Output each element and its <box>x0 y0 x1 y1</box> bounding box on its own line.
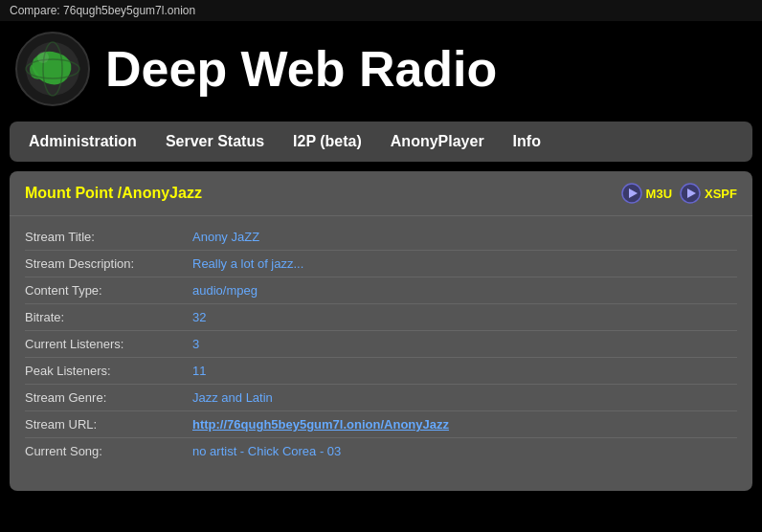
content-panel: Mount Point /AnonyJazz M3U <box>10 171 752 491</box>
info-label: Current Song: <box>25 444 192 458</box>
info-value: 11 <box>192 364 206 378</box>
compare-bar: Compare: 76qugh5bey5gum7l.onion <box>0 0 762 21</box>
compare-url: 76qugh5bey5gum7l.onion <box>63 4 195 17</box>
info-value: Jazz and Latin <box>192 390 273 405</box>
nav-item-server-status[interactable]: Server Status <box>166 133 264 150</box>
nav-item-anony-player[interactable]: AnonyPlayer <box>391 133 484 150</box>
info-row: Stream Genre:Jazz and Latin <box>25 385 737 411</box>
info-label: Content Type: <box>25 283 192 298</box>
info-row: Stream Title:Anony JaZZ <box>25 224 737 251</box>
nav-item-i2p-beta[interactable]: I2P (beta) <box>293 133 362 150</box>
info-row: Content Type:audio/mpeg <box>25 277 737 304</box>
xspf-play-icon <box>680 183 701 204</box>
info-value: Really a lot of jazz... <box>192 256 303 271</box>
m3u-label: M3U <box>646 187 672 201</box>
nav-item-administration[interactable]: Administration <box>29 133 137 150</box>
nav-bar: Administration Server Status I2P (beta) … <box>10 122 752 162</box>
m3u-button[interactable]: M3U <box>621 183 672 204</box>
info-row: Current Listeners:3 <box>25 331 737 358</box>
info-value: 32 <box>192 310 206 324</box>
site-title: Deep Web Radio <box>105 40 497 98</box>
info-label: Bitrate: <box>25 310 192 324</box>
info-row: Peak Listeners:11 <box>25 358 737 385</box>
playlist-links: M3U XSPF <box>621 183 737 204</box>
xspf-button[interactable]: XSPF <box>680 183 737 204</box>
info-value: audio/mpeg <box>192 283 258 298</box>
info-value[interactable]: http://76qugh5bey5gum7l.onion/AnonyJazz <box>192 417 449 432</box>
logo-icon <box>14 31 91 107</box>
info-row: Stream Description:Really a lot of jazz.… <box>25 251 737 277</box>
m3u-play-icon <box>621 183 642 204</box>
info-row: Bitrate:32 <box>25 304 737 331</box>
info-value: 3 <box>192 337 199 351</box>
nav-item-info[interactable]: Info <box>513 133 541 150</box>
info-row: Stream URL:http://76qugh5bey5gum7l.onion… <box>25 411 737 438</box>
mount-point-header: Mount Point /AnonyJazz M3U <box>10 171 752 216</box>
info-label: Stream Genre: <box>25 390 192 405</box>
info-label: Peak Listeners: <box>25 364 192 378</box>
info-value: Anony JaZZ <box>192 230 259 244</box>
info-value: no artist - Chick Corea - 03 <box>192 444 341 458</box>
info-label: Current Listeners: <box>25 337 192 351</box>
mount-point-title: Mount Point /AnonyJazz <box>25 185 202 202</box>
info-label: Stream URL: <box>25 417 192 432</box>
xspf-label: XSPF <box>705 187 737 201</box>
info-label: Stream Title: <box>25 230 192 244</box>
info-label: Stream Description: <box>25 256 192 271</box>
compare-label: Compare: <box>10 4 60 17</box>
header: Deep Web Radio <box>0 21 762 122</box>
svg-point-4 <box>37 52 49 63</box>
stream-info: Stream Title:Anony JaZZStream Descriptio… <box>10 216 752 472</box>
info-row: Current Song:no artist - Chick Corea - 0… <box>25 438 737 464</box>
